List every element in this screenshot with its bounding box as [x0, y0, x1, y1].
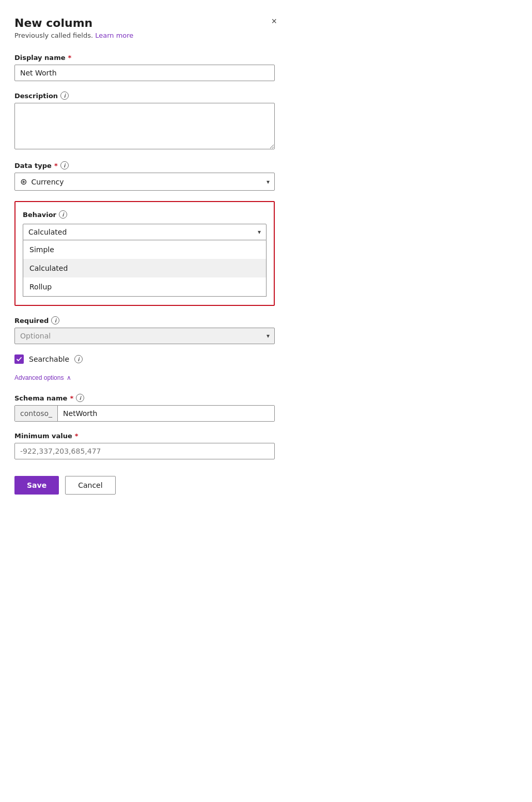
required-group: Required i Optional ▾	[14, 316, 275, 344]
new-column-panel: × New column Previously called fields. L…	[0, 0, 289, 515]
required-select[interactable]: Optional ▾	[14, 328, 275, 344]
panel-title: New column	[14, 17, 275, 29]
display-name-label: Display name *	[14, 54, 275, 61]
schema-name-input-row: contoso_	[14, 405, 275, 422]
data-type-required-star: *	[54, 162, 58, 169]
minimum-value-required-star: *	[75, 432, 79, 440]
schema-name-prefix: contoso_	[15, 406, 58, 421]
minimum-value-label: Minimum value *	[14, 432, 275, 440]
data-type-info-icon: i	[60, 161, 69, 169]
searchable-checkbox[interactable]	[14, 354, 24, 364]
data-type-label: Data type * i	[14, 161, 275, 169]
currency-icon: ⊛	[20, 177, 27, 187]
behavior-label: Behavior i	[23, 210, 267, 219]
display-name-input[interactable]	[14, 65, 275, 81]
behavior-selected[interactable]: Calculated ▾	[23, 224, 267, 240]
description-group: Description i	[14, 91, 275, 151]
description-input[interactable]	[14, 103, 275, 149]
searchable-info-icon: i	[74, 355, 83, 363]
advanced-options-toggle[interactable]: Advanced options ∧	[14, 374, 71, 381]
schema-name-input[interactable]	[58, 406, 274, 421]
panel-subtitle: Previously called fields. Learn more	[14, 32, 275, 39]
behavior-dropdown[interactable]: Calculated ▾ Simple Calculated Rollup	[23, 224, 267, 297]
behavior-option-simple[interactable]: Simple	[23, 240, 266, 259]
cancel-button[interactable]: Cancel	[65, 476, 115, 495]
behavior-dropdown-list: Simple Calculated Rollup	[23, 240, 267, 297]
minimum-value-input[interactable]	[14, 443, 275, 459]
description-info-icon: i	[60, 91, 69, 100]
data-type-display[interactable]: ⊛ Currency	[14, 173, 275, 191]
behavior-chevron-icon: ▾	[258, 228, 261, 236]
minimum-value-group: Minimum value *	[14, 432, 275, 459]
description-label: Description i	[14, 91, 275, 100]
searchable-label: Searchable	[29, 355, 69, 363]
behavior-section: Behavior i Calculated ▾ Simple Calculate…	[14, 201, 275, 306]
close-button[interactable]: ×	[269, 14, 279, 28]
advanced-options-chevron-icon: ∧	[67, 374, 71, 381]
button-row: Save Cancel	[14, 476, 275, 495]
checkmark-icon	[16, 356, 22, 362]
searchable-row: Searchable i	[14, 354, 275, 364]
required-star: *	[68, 54, 72, 61]
data-type-group: Data type * i ⊛ Currency ▾	[14, 161, 275, 191]
schema-name-required-star: *	[70, 394, 73, 402]
behavior-info-icon: i	[59, 210, 67, 219]
schema-name-info-icon: i	[76, 394, 84, 402]
save-button[interactable]: Save	[14, 476, 59, 495]
behavior-option-calculated[interactable]: Calculated	[23, 259, 266, 277]
learn-more-link[interactable]: Learn more	[95, 32, 133, 39]
required-info-icon: i	[51, 316, 59, 325]
data-type-select[interactable]: ⊛ Currency ▾	[14, 173, 275, 191]
schema-name-label: Schema name * i	[14, 394, 275, 402]
required-display[interactable]: Optional	[14, 328, 275, 344]
schema-name-group: Schema name * i contoso_	[14, 394, 275, 422]
display-name-group: Display name *	[14, 54, 275, 81]
required-label: Required i	[14, 316, 275, 325]
behavior-option-rollup[interactable]: Rollup	[23, 277, 266, 296]
